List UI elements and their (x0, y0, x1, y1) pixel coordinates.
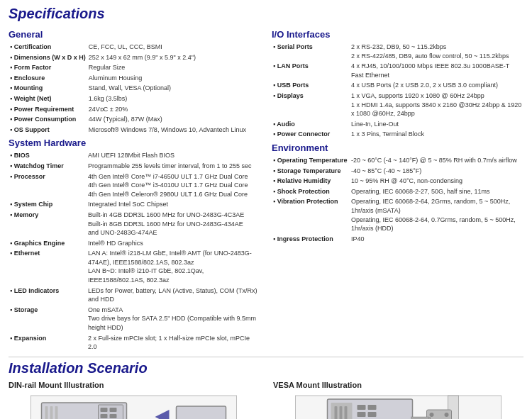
table-row: Expansion2 x Full-size mPCIe slot; 1 x H… (9, 333, 260, 352)
spec-value: 24VᴅC ± 20% (87, 104, 260, 115)
spec-value: 10 ~ 95% RH @ 40°C, non-condensing (350, 176, 523, 186)
table-row: EthernetLAN A: Intel® i218-LM GbE, Intel… (9, 248, 260, 285)
table-row: Relative Humidity10 ~ 95% RH @ 40°C, non… (272, 176, 523, 186)
spec-value: 1 x 3 Pins, Terminal Block (350, 129, 523, 140)
table-row: System ChipIntegrated Intel SoC Chipset (9, 199, 260, 210)
io-interfaces-table: Serial Ports2 x RS-232, DB9, 50 ~ 115.2k… (272, 42, 523, 140)
spec-value: IP40 (350, 234, 523, 245)
spec-label: Shock Protection (272, 186, 350, 197)
spec-label: Power Requirement (9, 104, 87, 115)
spec-label: Graphics Engine (9, 238, 87, 249)
din-rail-col: DIN-rail Mount Illustration (9, 381, 259, 419)
svg-rect-7 (110, 408, 117, 412)
page-title: Specifications (9, 6, 523, 22)
table-row: OS SupportMicrosoft® Windows 7/8, Window… (9, 125, 260, 135)
spec-value: 4 x RJ45, 10/100/1000 Mbps IEEE 802.3u 1… (350, 61, 523, 80)
spec-value: Built-in 4GB DDR3L 1600 MHz for UNO-2483… (87, 210, 260, 238)
spec-value: 252 x 149 x 62 mm (9.9" x 5.9" x 2.4") (87, 52, 260, 63)
spec-value: Intel® HD Graphics (87, 238, 260, 249)
table-row: BIOSAMI UEFI 128Mbit Flash BIOS (9, 150, 260, 161)
spec-label: Power Connector (272, 129, 350, 140)
spec-label: Weight (Net) (9, 94, 87, 104)
page-wrapper: Specifications General CertificationCE, … (0, 0, 532, 419)
spec-label: Form Factor (9, 62, 87, 73)
vesa-col: VESA Mount Illustration (273, 381, 523, 419)
table-row: AudioLine-In, Line-Out (272, 119, 523, 130)
spec-label: Storage (9, 305, 87, 333)
spec-label: BIOS (9, 150, 87, 161)
environment-section-title: Environment (272, 143, 523, 153)
installation-two-col: DIN-rail Mount Illustration (9, 381, 523, 419)
table-row: Power Requirement24VᴅC ± 20% (9, 104, 260, 115)
table-row: LAN Ports4 x RJ45, 10/100/1000 Mbps IEEE… (272, 61, 523, 80)
spec-label: Storage Temperature (272, 166, 350, 177)
spec-value: AMI UEFI 128Mbit Flash BIOS (87, 150, 260, 161)
spec-value: Programmable 255 levels timer interval, … (87, 161, 260, 172)
table-row: Shock ProtectionOperating, IEC 60068-2-2… (272, 186, 523, 197)
table-row: USB Ports4 x USB Ports (2 x USB 2.0, 2 x… (272, 80, 523, 91)
table-row: EnclosureAluminum Housing (9, 73, 260, 84)
spec-value: 2 x RS-232, DB9, 50 ~ 115.2kbps 2 x RS-4… (350, 42, 523, 61)
din-rail-illustration (9, 392, 259, 419)
table-row: Watchdog TimerProgrammable 255 levels ti… (9, 161, 260, 172)
spec-value: 2 x Full-size mPCIe slot; 1 x Half-size … (87, 333, 260, 352)
table-row: Power Consumption44W (Typical), 87W (Max… (9, 114, 260, 125)
spec-value: Microsoft® Windows 7/8, Windows 10, Adva… (87, 125, 260, 135)
svg-rect-2 (45, 406, 48, 419)
spec-value: LAN A: Intel® i218-LM GbE, Intel® AMT (f… (87, 248, 260, 285)
spec-label: Ethernet (9, 248, 87, 285)
right-column: I/O Interfaces Serial Ports2 x RS-232, D… (272, 26, 523, 352)
spec-value: 1 x VGA, supports 1920 x 1080 @ 60Hz 24b… (350, 91, 523, 119)
spec-value: Line-In, Line-Out (350, 119, 523, 130)
vesa-title: VESA Mount Illustration (273, 381, 523, 389)
spec-value: 4th Gen Intel® Core™ i7-4650U ULT 1.7 GH… (87, 172, 260, 200)
svg-rect-29 (340, 406, 343, 419)
spec-value: Integrated Intel SoC Chipset (87, 199, 260, 210)
installation-section: Installation Scenario DIN-rail Mount Ill… (9, 357, 523, 419)
table-row: Form FactorRegular Size (9, 62, 260, 73)
svg-rect-32 (368, 405, 377, 410)
spec-label: Power Consumption (9, 114, 87, 125)
spec-label: Operating Temperature (272, 155, 350, 166)
din-rail-title: DIN-rail Mount Illustration (9, 381, 259, 389)
spec-label: Displays (272, 91, 350, 119)
spec-value: Stand, Wall, VESA (Optional) (87, 83, 260, 94)
svg-rect-33 (358, 412, 366, 417)
spec-label: Processor (9, 172, 87, 200)
spec-label: Vibration Protection (272, 196, 350, 233)
spec-value: LEDs for Power, battery, LAN (Active, St… (87, 286, 260, 305)
table-row: Serial Ports2 x RS-232, DB9, 50 ~ 115.2k… (272, 42, 523, 61)
spec-label: LAN Ports (272, 61, 350, 80)
system-hardware-section-title: System Hardware (9, 138, 260, 148)
main-content: Specifications General CertificationCE, … (0, 0, 532, 419)
spec-label: LED Indicators (9, 286, 87, 305)
spec-label: Ingress Protection (272, 234, 350, 245)
spec-value: -20 ~ 60°C (-4 ~ 140°F) @ 5 ~ 85% RH wit… (350, 155, 523, 166)
spec-label: Dimensions (W x D x H) (9, 52, 87, 63)
svg-rect-6 (101, 408, 108, 412)
svg-rect-30 (345, 406, 348, 419)
svg-point-21 (430, 413, 434, 417)
installation-title: Installation Scenario (9, 357, 523, 376)
spec-value: 1.6kg (3.5lbs) (87, 94, 260, 104)
spec-value: CE, FCC, UL, CCC, BSMI (87, 42, 260, 52)
spec-value: Operating, IEC 60068-2-27, 50G, half sin… (350, 186, 523, 197)
left-column: General CertificationCE, FCC, UL, CCC, B… (9, 26, 260, 352)
svg-rect-4 (55, 406, 58, 419)
svg-rect-28 (335, 406, 338, 419)
spec-value: Aluminum Housing (87, 73, 260, 84)
table-row: MemoryBuilt-in 4GB DDR3L 1600 MHz for UN… (9, 210, 260, 238)
svg-rect-3 (50, 406, 53, 419)
environment-table: Operating Temperature-20 ~ 60°C (-4 ~ 14… (272, 155, 523, 244)
svg-point-22 (445, 413, 449, 417)
two-column-layout: General CertificationCE, FCC, UL, CCC, B… (9, 26, 523, 352)
spec-label: Audio (272, 119, 350, 130)
table-row: LED IndicatorsLEDs for Power, battery, L… (9, 286, 260, 305)
spec-label: Watchdog Timer (9, 161, 87, 172)
system-hardware-table: BIOSAMI UEFI 128Mbit Flash BIOSWatchdog … (9, 150, 260, 352)
spec-label: Certification (9, 42, 87, 52)
spec-value: 4 x USB Ports (2 x USB 2.0, 2 x USB 3.0 … (350, 80, 523, 91)
svg-rect-31 (358, 405, 366, 410)
spec-label: Expansion (9, 333, 87, 352)
table-row: Storage Temperature-40 ~ 85°C (-40 ~ 185… (272, 166, 523, 177)
